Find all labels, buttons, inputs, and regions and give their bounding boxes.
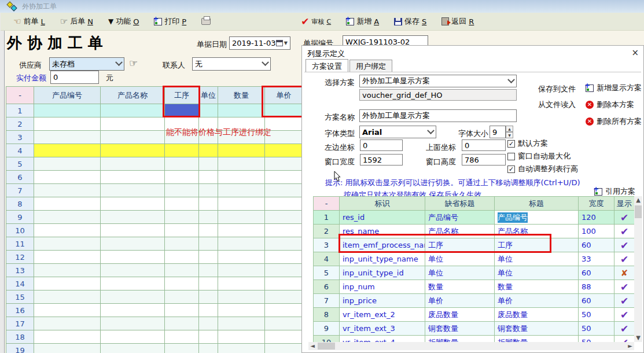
grid-header-cell[interactable]: 产品名称 bbox=[101, 87, 165, 104]
row-number[interactable]: 14 bbox=[6, 277, 34, 291]
next-doc-button[interactable]: ☞ 后单N bbox=[60, 16, 93, 27]
grid-cell[interactable] bbox=[199, 237, 218, 251]
tab-scheme-settings[interactable]: 方案设置 bbox=[306, 59, 348, 72]
grid-cell[interactable] bbox=[34, 344, 101, 353]
read-from-file-button[interactable]: 从文件读入 bbox=[538, 100, 576, 110]
row-number[interactable]: 1 bbox=[6, 104, 34, 117]
paid-amount-input[interactable]: 0 bbox=[50, 71, 99, 84]
hidden-cross-icon[interactable]: ✘ bbox=[614, 266, 634, 280]
horizontal-scrollbar[interactable]: ◄ ► bbox=[308, 342, 634, 350]
column-id-cell[interactable]: vr_item_ext_2 bbox=[340, 308, 425, 322]
chevron-down-icon[interactable] bbox=[427, 127, 435, 134]
visible-check-icon[interactable]: ✔ bbox=[614, 322, 634, 336]
grid-cell[interactable] bbox=[34, 237, 101, 251]
title-cell[interactable]: 数量 bbox=[495, 280, 579, 294]
grid-cell[interactable] bbox=[265, 264, 303, 277]
grid-cell[interactable] bbox=[101, 291, 165, 304]
grid-cell[interactable] bbox=[218, 277, 265, 291]
grid-cell[interactable] bbox=[199, 344, 218, 353]
prev-doc-button[interactable]: ☜ 前单L bbox=[13, 16, 45, 27]
grid-cell[interactable] bbox=[34, 291, 101, 304]
delete-all-schemes-button[interactable]: ✕ 删除所有方案 bbox=[586, 116, 642, 127]
checkbox-icon[interactable]: ✓ bbox=[507, 166, 515, 173]
grid-cell[interactable] bbox=[101, 184, 165, 197]
add-button[interactable]: 新增A bbox=[346, 16, 379, 27]
default-title-cell[interactable]: 数量 bbox=[425, 280, 495, 294]
chevron-down-icon[interactable] bbox=[507, 76, 515, 83]
top-coord-input[interactable]: 0 bbox=[462, 139, 506, 151]
grid-cell[interactable] bbox=[101, 264, 165, 277]
row-number[interactable]: 15 bbox=[6, 291, 34, 304]
column-table-header-cell[interactable]: 标题 bbox=[495, 197, 579, 211]
grid-cell[interactable] bbox=[34, 304, 101, 317]
column-table-header-cell[interactable]: 缺省标题 bbox=[425, 197, 495, 211]
row-number[interactable]: 4 bbox=[314, 252, 340, 266]
font-type-combobox[interactable]: Arial bbox=[359, 126, 436, 138]
grid-cell[interactable] bbox=[265, 237, 303, 251]
grid-cell[interactable] bbox=[34, 171, 101, 184]
spin-up-icon[interactable]: ▲ bbox=[506, 126, 513, 132]
grid-cell[interactable] bbox=[218, 304, 265, 317]
grid-header-cell[interactable]: 数量 bbox=[218, 87, 265, 104]
column-table-header-cell[interactable]: 标识 bbox=[340, 197, 425, 211]
width-cell[interactable]: 60 bbox=[579, 294, 614, 308]
grid-cell[interactable] bbox=[101, 330, 165, 344]
visible-check-icon[interactable]: ✔ bbox=[614, 280, 634, 294]
grid-cell[interactable] bbox=[34, 277, 101, 291]
grid-cell[interactable] bbox=[101, 104, 165, 117]
calendar-icon[interactable] bbox=[276, 40, 283, 46]
column-id-cell[interactable]: res_id bbox=[340, 211, 425, 225]
row-number[interactable]: 7 bbox=[6, 184, 34, 197]
grid-cell[interactable] bbox=[265, 184, 303, 197]
row-number[interactable]: 2 bbox=[314, 225, 340, 238]
grid-cell[interactable] bbox=[265, 317, 303, 330]
grid-cell[interactable] bbox=[165, 224, 199, 237]
grid-cell[interactable] bbox=[218, 184, 265, 197]
grid-cell[interactable] bbox=[101, 277, 165, 291]
row-number[interactable]: 17 bbox=[6, 317, 34, 330]
print-button[interactable]: 打印P bbox=[154, 16, 186, 27]
checkbox-icon[interactable]: ✓ bbox=[507, 140, 515, 148]
column-id-cell[interactable]: inp_unit_type_id bbox=[340, 266, 425, 280]
row-number[interactable]: 9 bbox=[6, 211, 34, 224]
title-cell[interactable]: 铜套数量 bbox=[495, 322, 579, 336]
grid-cell[interactable] bbox=[218, 224, 265, 237]
title-cell[interactable]: 废品数量 bbox=[495, 308, 579, 322]
default-title-cell[interactable]: 单价 bbox=[425, 294, 495, 308]
grid-cell[interactable] bbox=[199, 157, 218, 171]
grid-cell[interactable] bbox=[101, 157, 165, 171]
spin-down-icon[interactable]: ▼ bbox=[506, 132, 513, 138]
row-number[interactable]: 13 bbox=[6, 264, 34, 277]
grid-cell[interactable] bbox=[218, 330, 265, 344]
grid-cell[interactable] bbox=[165, 264, 199, 277]
grid-cell[interactable] bbox=[34, 330, 101, 344]
grid-cell[interactable] bbox=[34, 211, 101, 224]
default-title-cell[interactable]: 废品数量 bbox=[425, 308, 495, 322]
grid-cell[interactable] bbox=[34, 251, 101, 264]
visible-check-icon[interactable]: ✔ bbox=[614, 308, 634, 322]
scroll-right-icon[interactable]: ► bbox=[626, 342, 634, 350]
grid-cell[interactable] bbox=[265, 330, 303, 344]
grid-cell[interactable] bbox=[34, 317, 101, 330]
grid-header-cell[interactable]: 单位 bbox=[199, 87, 218, 104]
win-height-input[interactable]: 786 bbox=[462, 154, 506, 166]
audit-button[interactable]: ✔ 审核C bbox=[301, 16, 331, 27]
row-number[interactable]: 7 bbox=[314, 294, 340, 308]
grid-cell[interactable] bbox=[218, 251, 265, 264]
grid-cell[interactable] bbox=[165, 144, 199, 157]
hand-pointer-icon[interactable]: ☞ bbox=[129, 57, 138, 69]
default-title-cell[interactable]: 铜套数量 bbox=[425, 322, 495, 336]
grid-cell[interactable] bbox=[101, 144, 165, 157]
checkbox-auto-row-height[interactable]: ✓ 自动调整列表行高 bbox=[507, 164, 578, 174]
grid-cell[interactable] bbox=[218, 237, 265, 251]
grid-cell[interactable] bbox=[165, 344, 199, 353]
grid-cell[interactable] bbox=[199, 224, 218, 237]
row-number[interactable]: 5 bbox=[6, 157, 34, 171]
grid-cell[interactable] bbox=[218, 344, 265, 353]
visible-check-icon[interactable]: ✔ bbox=[614, 294, 634, 308]
row-number[interactable]: 12 bbox=[6, 251, 34, 264]
row-number[interactable]: 5 bbox=[314, 266, 340, 280]
column-id-cell[interactable]: inp_unit_type_name bbox=[340, 252, 425, 266]
grid-cell[interactable] bbox=[165, 171, 199, 184]
grid-cell[interactable] bbox=[265, 277, 303, 291]
